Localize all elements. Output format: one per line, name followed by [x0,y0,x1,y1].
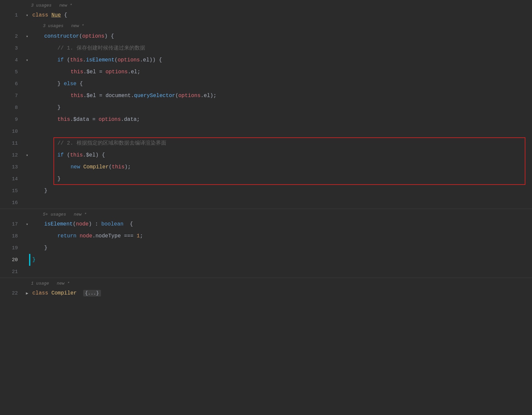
fold-arrow-5 [23,70,31,74]
line-number-2: 2 [0,34,23,39]
line-number-5: 5 [0,69,23,75]
line-content-6: } else { [31,78,532,90]
line-number-17: 17 [0,222,23,227]
fold-arrow-13 [23,165,31,169]
line-number-20: 20 [0,257,23,263]
line-content-1: class Nue { [31,9,532,21]
code-line-18: 18 return node.nodeType === 1; [0,230,532,242]
code-line-13: 13 new Compiler(this); [0,161,532,173]
usage-text-22: 1 usage new * [31,281,70,286]
line-content-5: this.$el = options.el; [31,66,532,78]
usage-line-17: 5+ usages new * [0,209,532,218]
line-number-8: 8 [0,105,23,111]
code-line-2: 2 ▾ constructor(options) { [0,30,532,42]
fold-arrow-3 [23,46,31,51]
line-number-22: 22 [0,291,23,296]
fold-arrow-18 [23,234,31,238]
fold-arrow-4[interactable]: ▾ [23,58,31,63]
code-line-20: 20 } [0,254,532,266]
code-line-22: 22 ▶ class Compiler {...} [0,287,532,299]
line-content-9: this.$data = options.data; [31,114,532,125]
line-number-3: 3 [0,46,23,51]
line-number-10: 10 [0,129,23,134]
code-line-11: 11 // 2. 根据指定的区域和数据去编译渲染界面 [0,137,532,149]
line-content-13: new Compiler(this); [31,161,532,173]
line-content-14: } [31,173,532,185]
code-line-12: 12 ▾ if (this.$el) { [0,149,532,161]
cyan-bar [29,254,30,266]
code-line-3: 3 // 1. 保存创建时候传递过来的数据 [0,42,532,54]
highlight-region: 11 // 2. 根据指定的区域和数据去编译渲染界面 12 ▾ if (this… [0,137,532,185]
line-number-15: 15 [0,188,23,194]
line-content-18: return node.nodeType === 1; [31,230,532,242]
fold-arrow-9 [23,117,31,122]
line-content-8: } [31,102,532,114]
line-content-12: if (this.$el) { [31,149,532,161]
code-line-6: 6 } else { [0,78,532,90]
code-line-8: 8 } [0,102,532,114]
line-number-4: 4 [0,57,23,63]
fold-arrow-14 [23,177,31,181]
fold-arrow-2[interactable]: ▾ [23,34,31,39]
code-line-9: 9 this.$data = options.data; [0,114,532,125]
line-number-14: 14 [0,176,23,182]
code-line-16: 16 [0,197,532,209]
fold-arrow-10 [23,129,31,134]
line-number-21: 21 [0,269,23,275]
line-content-15: } [31,185,532,197]
usage-text-0: 3 usages new * [31,3,72,8]
line-number-6: 6 [0,81,23,87]
line-number-7: 7 [0,93,23,99]
line-number-19: 19 [0,245,23,251]
code-line-7: 7 this.$el = document.querySelector(opti… [0,90,532,102]
fold-arrow-7 [23,93,31,98]
line-content-22: class Compiler {...} [31,287,532,299]
fold-arrow-6 [23,82,31,86]
code-line-17: 17 ▾ isElement(node) : boolean { [0,218,532,230]
line-number-12: 12 [0,153,23,158]
usage-text-2: 3 usages new * [43,23,84,28]
fold-arrow-19 [23,246,31,250]
line-number-16: 16 [0,200,23,206]
line-content-20: } [31,254,532,266]
fold-arrow-16 [23,200,31,205]
code-line-5: 5 this.$el = options.el; [0,66,532,78]
code-line-15: 15 } [0,185,532,197]
fold-arrow-12[interactable]: ▾ [23,153,31,158]
line-number-9: 9 [0,117,23,122]
fold-arrow-11 [23,141,31,146]
line-content-7: this.$el = document.querySelector(option… [31,90,532,102]
code-editor: 3 usages new * 1 ▾ class Nue { 3 usages … [0,0,532,415]
usage-line-2: 3 usages new * [0,21,532,30]
usage-line-0: 3 usages new * [0,0,532,9]
fold-arrow-21 [23,269,31,274]
code-line-4: 4 ▾ if (this.isElement(options.el)) { [0,54,532,66]
line-content-11: // 2. 根据指定的区域和数据去编译渲染界面 [31,137,532,149]
line-content-4: if (this.isElement(options.el)) { [31,54,532,66]
fold-arrow-1[interactable]: ▾ [23,13,31,18]
usage-text-17: 5+ usages new * [43,212,87,217]
code-line-19: 19 } [0,242,532,254]
code-line-21: 21 [0,266,532,278]
line-number-11: 11 [0,141,23,146]
line-number-13: 13 [0,164,23,170]
line-content-19: } [31,242,532,254]
line-content-17: isElement(node) : boolean { [31,218,532,230]
code-line-14: 14 } [0,173,532,185]
line-content-2: constructor(options) { [31,30,532,42]
fold-arrow-22[interactable]: ▶ [23,291,31,296]
fold-arrow-15 [23,189,31,193]
usage-line-22: 1 usage new * [0,278,532,287]
code-line-10: 10 [0,125,532,137]
line-number-18: 18 [0,233,23,239]
line-number-1: 1 [0,13,23,18]
code-line-1: 1 ▾ class Nue { [0,9,532,21]
line-content-3: // 1. 保存创建时候传递过来的数据 [31,42,532,54]
fold-arrow-17[interactable]: ▾ [23,222,31,227]
fold-arrow-8 [23,105,31,110]
